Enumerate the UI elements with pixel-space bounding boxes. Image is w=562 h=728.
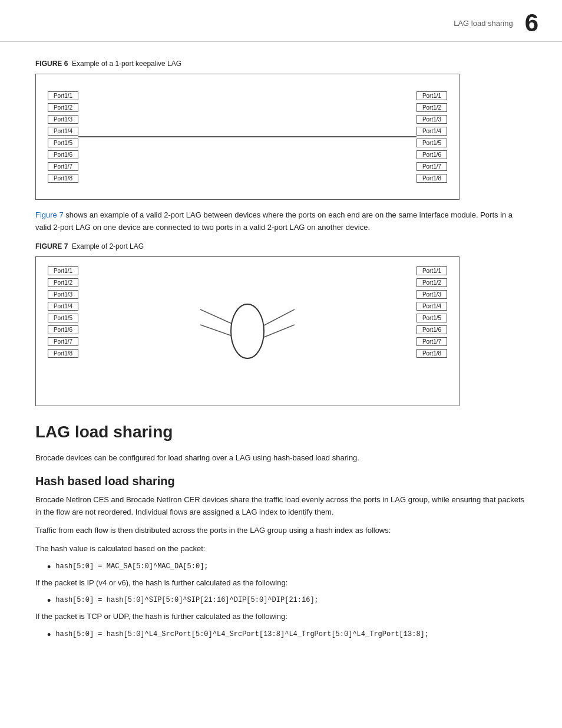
port-button: Port1/7 — [48, 162, 78, 171]
port-button: Port1/7 — [48, 337, 78, 346]
port-button: Port1/1 — [48, 91, 78, 100]
bullet-text-2: hash[5:0] = hash[5:0]^SIP[5:0]^SIP[21:16… — [55, 595, 318, 605]
port-button: Port1/5 — [416, 139, 447, 147]
bullet-item-3: • hash[5:0] = hash[5:0]^L4_SrcPort[5:0]^… — [47, 629, 527, 640]
figure7-right-device: Port1/1Port1/2Port1/3Port1/4Port1/5Port1… — [416, 266, 447, 358]
bullet-item-2: • hash[5:0] = hash[5:0]^SIP[5:0]^SIP[21:… — [47, 595, 527, 606]
port-button: Port1/1 — [416, 91, 447, 100]
subsection-para4: If the packet is IP (v4 or v6), the hash… — [35, 577, 527, 589]
figure6-right-device: Port1/1Port1/2Port1/3Port1/4Port1/5Port1… — [416, 91, 447, 183]
port-button: Port1/3 — [416, 115, 447, 124]
figure6-left-device: Port1/1Port1/2Port1/3Port1/4Port1/5Port1… — [48, 91, 78, 183]
figure7-diagram: Port1/1Port1/2Port1/3Port1/4Port1/5Port1… — [35, 256, 459, 406]
page-header: LAG load sharing 6 — [0, 0, 562, 42]
text-between-figures: Figure 7 shows an example of a valid 2-p… — [35, 209, 527, 234]
port-button: Port1/7 — [416, 337, 447, 346]
svg-point-2 — [231, 304, 264, 358]
port-button: Port1/3 — [48, 290, 78, 299]
figure7-link[interactable]: Figure 7 — [35, 210, 64, 219]
port-button: Port1/7 — [416, 162, 447, 171]
bullet-dot-2: • — [47, 595, 51, 606]
port-button: Port1/5 — [48, 139, 78, 147]
connection-line — [78, 136, 416, 137]
port-button: Port1/4 — [416, 127, 447, 136]
bullet-dot-3: • — [47, 630, 51, 640]
port-button: Port1/2 — [416, 103, 447, 112]
port-button: Port1/6 — [416, 325, 447, 334]
port-button: Port1/1 — [416, 266, 447, 275]
port-button: Port1/2 — [416, 278, 447, 287]
port-button: Port1/6 — [48, 325, 78, 334]
header-title: LAG load sharing — [454, 19, 513, 28]
port-button: Port1/4 — [48, 127, 78, 136]
port-button: Port1/3 — [416, 290, 447, 299]
figure6-diagram: Port1/1Port1/2Port1/3Port1/4Port1/5Port1… — [35, 74, 459, 200]
subsection-para2: Traffic from each flow is then distribut… — [35, 525, 527, 537]
main-content: FIGURE 6 Example of a 1-port keepalive L… — [0, 42, 562, 668]
port-button: Port1/2 — [48, 278, 78, 287]
svg-line-3 — [264, 309, 295, 325]
subsection-heading: Hash based load sharing — [35, 475, 527, 488]
port-button: Port1/5 — [48, 314, 78, 322]
figure7-label: FIGURE 7 Example of 2-port LAG — [35, 242, 527, 251]
section-heading: LAG load sharing — [35, 423, 527, 444]
bullet-list-2: • hash[5:0] = hash[5:0]^SIP[5:0]^SIP[21:… — [47, 595, 527, 606]
port-button: Port1/2 — [48, 103, 78, 112]
page-number: 6 — [525, 11, 538, 35]
subsection-para3: The hash value is calculated based on th… — [35, 543, 527, 555]
figure7-connections-svg — [200, 266, 295, 396]
subsection-para1: Brocade NetIron CES and Brocade NetIron … — [35, 494, 527, 519]
port-button: Port1/8 — [48, 174, 78, 183]
svg-line-1 — [200, 325, 236, 337]
port-button: Port1/6 — [48, 150, 78, 159]
svg-line-4 — [264, 325, 295, 337]
subsection-para5: If the packet is TCP or UDP, the hash is… — [35, 611, 527, 623]
port-button: Port1/4 — [48, 302, 78, 311]
figure7-left-device: Port1/1Port1/2Port1/3Port1/4Port1/5Port1… — [48, 266, 78, 358]
figure6-label: FIGURE 6 Example of a 1-port keepalive L… — [35, 60, 527, 68]
bullet-list-1: • hash[5:0] = MAC_SA[5:0]^MAC_DA[5:0]; — [47, 561, 527, 572]
svg-line-0 — [200, 309, 236, 325]
section-intro: Brocade devices can be configured for lo… — [35, 452, 527, 465]
bullet-dot-1: • — [47, 562, 51, 572]
port-button: Port1/8 — [416, 174, 447, 183]
bullet-item-1: • hash[5:0] = MAC_SA[5:0]^MAC_DA[5:0]; — [47, 561, 527, 572]
port-button: Port1/8 — [48, 349, 78, 358]
figure6-middle — [78, 84, 416, 190]
port-button: Port1/6 — [416, 150, 447, 159]
bullet-text-1: hash[5:0] = MAC_SA[5:0]^MAC_DA[5:0]; — [55, 561, 208, 572]
figure7-middle — [78, 266, 416, 396]
bullet-list-3: • hash[5:0] = hash[5:0]^L4_SrcPort[5:0]^… — [47, 629, 527, 640]
port-button: Port1/1 — [48, 266, 78, 275]
bullet-text-3: hash[5:0] = hash[5:0]^L4_SrcPort[5:0]^L4… — [55, 629, 429, 640]
port-button: Port1/8 — [416, 349, 447, 358]
port-button: Port1/5 — [416, 314, 447, 322]
port-button: Port1/4 — [416, 302, 447, 311]
port-button: Port1/3 — [48, 115, 78, 124]
